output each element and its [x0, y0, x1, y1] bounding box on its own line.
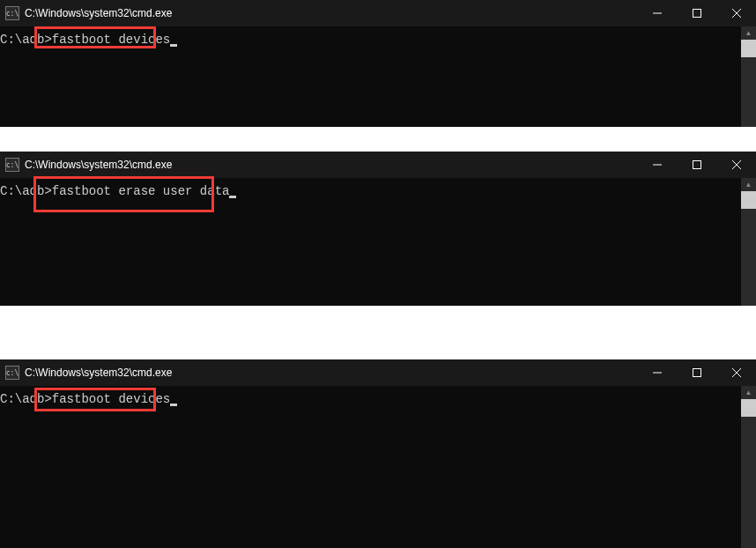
prompt-line: C:\adb>fastboot devices [0, 391, 756, 407]
cursor [170, 44, 177, 47]
close-button[interactable] [716, 152, 756, 178]
maximize-button[interactable] [677, 359, 716, 386]
terminal-body[interactable]: C:\adb>fastboot devices [0, 386, 756, 548]
cmd-icon: c:\ [5, 6, 19, 20]
cmd-window-2: c:\ C:\Windows\system32\cmd.exe C:\adb>f… [0, 152, 756, 306]
scroll-up-icon[interactable]: ▲ [741, 386, 756, 399]
window-title: C:\Windows\system32\cmd.exe [25, 367, 172, 379]
svg-rect-1 [693, 10, 700, 18]
titlebar-left: c:\ C:\Windows\system32\cmd.exe [5, 6, 172, 20]
svg-rect-9 [693, 369, 700, 377]
svg-rect-5 [693, 161, 700, 169]
window-title: C:\Windows\system32\cmd.exe [25, 7, 172, 19]
prompt: C:\adb> [0, 392, 52, 406]
terminal-body[interactable]: C:\adb>fastboot erase user data [0, 178, 756, 306]
minimize-button[interactable] [637, 0, 677, 26]
command-text: fastboot erase user data [52, 184, 230, 198]
maximize-button[interactable] [677, 152, 716, 178]
terminal-body[interactable]: C:\adb>fastboot devices [0, 26, 756, 127]
maximize-button[interactable] [677, 0, 716, 26]
titlebar-left: c:\ C:\Windows\system32\cmd.exe [5, 158, 172, 172]
window-controls [637, 0, 756, 26]
command-text: fastboot devices [52, 33, 170, 47]
scrollbar[interactable]: ▲ [741, 386, 756, 548]
cmd-window-3: c:\ C:\Windows\system32\cmd.exe C:\adb>f… [0, 359, 756, 548]
cursor [229, 196, 236, 198]
titlebar[interactable]: c:\ C:\Windows\system32\cmd.exe [0, 359, 756, 386]
cursor [170, 404, 177, 406]
close-button[interactable] [716, 0, 756, 26]
scroll-up-icon[interactable]: ▲ [741, 26, 756, 40]
cmd-icon: c:\ [5, 158, 19, 172]
prompt: C:\adb> [0, 184, 52, 198]
scrollbar-thumb[interactable] [741, 40, 756, 57]
titlebar[interactable]: c:\ C:\Windows\system32\cmd.exe [0, 152, 756, 178]
titlebar[interactable]: c:\ C:\Windows\system32\cmd.exe [0, 0, 756, 26]
prompt-line: C:\adb>fastboot devices [0, 32, 756, 48]
prompt-line: C:\adb>fastboot erase user data [0, 183, 756, 199]
cmd-window-1: c:\ C:\Windows\system32\cmd.exe C:\adb>f… [0, 0, 756, 127]
scrollbar[interactable]: ▲ [741, 178, 756, 306]
window-title: C:\Windows\system32\cmd.exe [25, 159, 172, 171]
titlebar-left: c:\ C:\Windows\system32\cmd.exe [5, 366, 172, 380]
minimize-button[interactable] [637, 359, 677, 386]
close-button[interactable] [716, 359, 756, 386]
minimize-button[interactable] [637, 152, 677, 178]
window-controls [637, 359, 756, 386]
prompt: C:\adb> [0, 33, 52, 47]
cmd-icon: c:\ [5, 366, 19, 380]
scroll-up-icon[interactable]: ▲ [741, 178, 756, 191]
window-controls [637, 152, 756, 178]
scrollbar[interactable]: ▲ [741, 26, 756, 127]
scrollbar-thumb[interactable] [741, 191, 756, 209]
command-text: fastboot devices [52, 392, 170, 406]
scrollbar-thumb[interactable] [741, 399, 756, 417]
